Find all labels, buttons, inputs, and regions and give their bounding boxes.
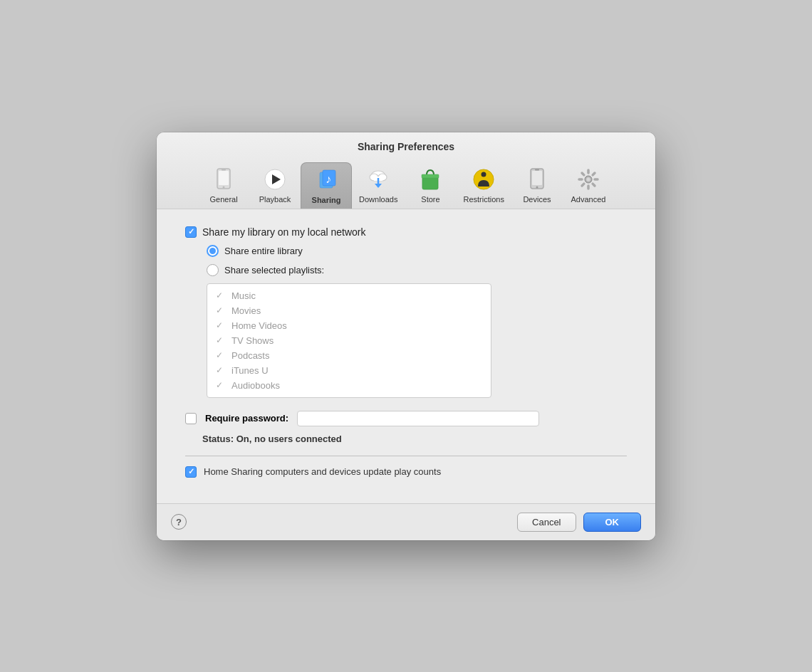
home-sharing-label: Home Sharing computers and devices updat… bbox=[204, 466, 441, 477]
svg-rect-20 bbox=[532, 171, 542, 185]
restrictions-icon bbox=[471, 167, 496, 192]
tab-restrictions-label: Restrictions bbox=[463, 195, 504, 204]
share-entire-row: Share entire library bbox=[207, 245, 627, 257]
require-password-label: Require password: bbox=[205, 413, 288, 424]
list-item[interactable]: ✓ TV Shows bbox=[207, 333, 491, 348]
playlist-name-tvshows: TV Shows bbox=[231, 335, 274, 346]
playlist-name-podcasts: Podcasts bbox=[231, 350, 269, 361]
advanced-icon bbox=[576, 167, 601, 192]
sharing-icon: ♪ bbox=[313, 167, 339, 193]
tab-sharing-label: Sharing bbox=[312, 196, 341, 204]
tab-restrictions[interactable]: Restrictions bbox=[456, 162, 511, 209]
playlist-check-homevideos: ✓ bbox=[216, 320, 226, 330]
section-divider bbox=[185, 456, 627, 456]
password-input[interactable] bbox=[297, 411, 539, 426]
bottom-bar: ? Cancel OK bbox=[157, 503, 655, 540]
status-text: Status: On, no users connected bbox=[202, 434, 627, 444]
playlists-list: ✓ Music ✓ Movies ✓ Home Videos ✓ TV Show… bbox=[207, 283, 491, 398]
devices-icon bbox=[524, 167, 550, 192]
svg-line-31 bbox=[582, 184, 584, 186]
downloads-icon bbox=[365, 167, 391, 192]
svg-line-29 bbox=[593, 184, 595, 186]
tab-store-label: Store bbox=[421, 195, 439, 204]
svg-point-18 bbox=[482, 172, 486, 177]
tab-devices-label: Devices bbox=[523, 195, 551, 204]
svg-rect-21 bbox=[535, 169, 539, 170]
svg-line-28 bbox=[582, 173, 584, 175]
svg-line-30 bbox=[593, 173, 595, 175]
svg-point-33 bbox=[586, 177, 590, 181]
content-area: Share my library on my local network Sha… bbox=[157, 209, 655, 492]
ok-button[interactable]: OK bbox=[583, 513, 642, 532]
playlist-check-movies: ✓ bbox=[216, 305, 226, 315]
home-sharing-checkbox[interactable] bbox=[185, 466, 197, 478]
list-item[interactable]: ✓ Audiobooks bbox=[207, 378, 491, 393]
list-item[interactable]: ✓ Movies bbox=[207, 303, 491, 318]
tab-playback-label: Playback bbox=[259, 195, 291, 204]
tab-sharing[interactable]: ♪ Sharing bbox=[301, 162, 352, 209]
toolbar: General Playback bbox=[157, 159, 655, 209]
svg-point-22 bbox=[536, 186, 538, 188]
tab-advanced-label: Advanced bbox=[571, 195, 605, 204]
playlist-check-music: ✓ bbox=[216, 290, 226, 300]
share-selected-radio[interactable] bbox=[207, 264, 219, 276]
playlist-name-audiobooks: Audiobooks bbox=[231, 380, 280, 391]
playlist-check-itunesu: ✓ bbox=[216, 365, 226, 375]
tab-general[interactable]: General bbox=[198, 162, 249, 209]
playlist-name-itunesu: iTunes U bbox=[231, 365, 269, 376]
tab-playback[interactable]: Playback bbox=[249, 162, 301, 209]
playlist-name-movies: Movies bbox=[231, 305, 261, 316]
playlist-name-music: Music bbox=[231, 290, 256, 301]
tab-downloads-label: Downloads bbox=[359, 195, 397, 204]
svg-marker-14 bbox=[375, 184, 382, 188]
playlist-name-homevideos: Home Videos bbox=[231, 320, 287, 331]
playlist-check-podcasts: ✓ bbox=[216, 350, 226, 360]
password-row: Require password: bbox=[185, 411, 627, 426]
list-item[interactable]: ✓ Home Videos bbox=[207, 318, 491, 333]
action-buttons: Cancel OK bbox=[517, 513, 641, 532]
share-library-label: Share my library on my local network bbox=[202, 226, 366, 238]
playlist-check-audiobooks: ✓ bbox=[216, 380, 226, 390]
home-sharing-row: Home Sharing computers and devices updat… bbox=[185, 466, 627, 478]
general-icon bbox=[211, 167, 236, 192]
svg-text:♪: ♪ bbox=[326, 173, 331, 185]
svg-point-3 bbox=[223, 186, 225, 188]
title-bar: Sharing Preferences General bbox=[157, 132, 655, 209]
svg-rect-2 bbox=[222, 169, 226, 170]
playback-icon bbox=[262, 167, 288, 192]
tab-downloads[interactable]: Downloads bbox=[352, 162, 405, 209]
share-library-checkbox[interactable] bbox=[185, 226, 197, 238]
share-library-row: Share my library on my local network bbox=[185, 226, 627, 238]
store-icon bbox=[417, 167, 443, 192]
list-item[interactable]: ✓ Podcasts bbox=[207, 348, 491, 363]
tab-devices[interactable]: Devices bbox=[511, 162, 563, 209]
svg-rect-1 bbox=[219, 171, 229, 185]
window-title: Sharing Preferences bbox=[157, 141, 655, 152]
svg-rect-16 bbox=[422, 174, 439, 178]
share-selected-row: Share selected playlists: bbox=[207, 264, 627, 276]
help-button[interactable]: ? bbox=[171, 514, 187, 530]
tab-general-label: General bbox=[209, 195, 237, 204]
tab-advanced[interactable]: Advanced bbox=[563, 162, 614, 209]
tab-store[interactable]: Store bbox=[405, 162, 456, 209]
preferences-window: Sharing Preferences General bbox=[157, 132, 655, 540]
playlist-check-tvshows: ✓ bbox=[216, 335, 226, 345]
share-selected-label: Share selected playlists: bbox=[224, 265, 324, 275]
share-entire-label: Share entire library bbox=[224, 246, 303, 256]
require-password-checkbox[interactable] bbox=[185, 413, 197, 424]
list-item[interactable]: ✓ iTunes U bbox=[207, 363, 491, 378]
share-entire-radio[interactable] bbox=[207, 245, 219, 257]
list-item[interactable]: ✓ Music bbox=[207, 288, 491, 303]
cancel-button[interactable]: Cancel bbox=[517, 513, 576, 532]
